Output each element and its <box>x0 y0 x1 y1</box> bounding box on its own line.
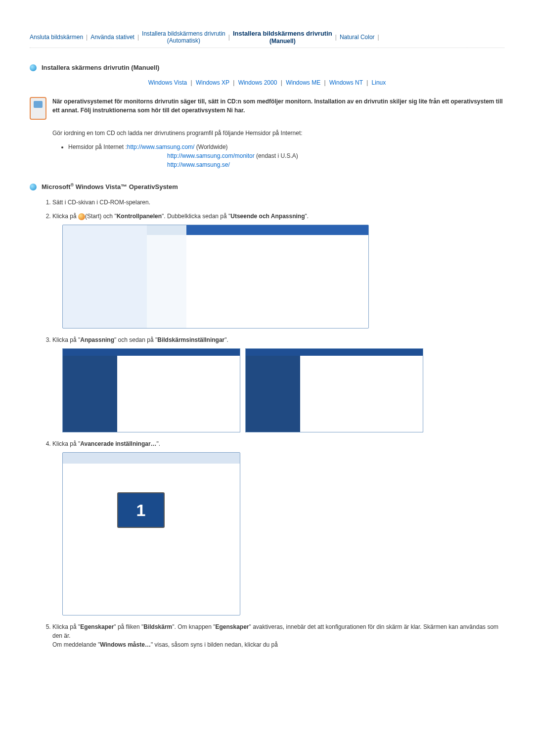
link-tail: (Worldwide) <box>194 143 227 150</box>
nav-sep: | <box>86 33 88 42</box>
screenshot-start-controlpanel <box>62 225 369 329</box>
nav-sep: | <box>335 33 337 42</box>
monitor-preview-icon <box>117 492 165 528</box>
link-samsung-worldwide[interactable]: http://www.samsung.com/ <box>127 143 195 150</box>
step-4: Klicka på "Avancerade inställningar…". <box>52 439 504 615</box>
step-2: Klicka på (Start) och "Kontrollpanelen".… <box>52 212 504 329</box>
nav-item-driver-manual[interactable]: Installera bildskärmens drivrutin (Manue… <box>233 30 332 45</box>
step-text: Klicka på "Egenskaper" på fliken "Bildsk… <box>52 623 498 648</box>
step-3: Klicka på "Anpassning" och sedan på "Bil… <box>52 335 504 432</box>
start-orb-icon <box>78 213 85 220</box>
anchor-vista[interactable]: Windows Vista <box>148 79 187 86</box>
anchor-linux[interactable]: Linux <box>372 79 386 86</box>
nav-item-stand[interactable]: Använda stativet <box>90 33 134 42</box>
step-text: Klicka på "Avancerade inställningar…". <box>52 440 160 447</box>
nav-item-connect[interactable]: Ansluta bildskärmen <box>30 33 83 42</box>
monitor-cd-icon <box>30 97 46 120</box>
nav-sep: | <box>378 33 379 42</box>
bullet-icon <box>30 64 37 71</box>
link-tail: (endast i U.S.A) <box>255 152 298 159</box>
nav-sep: | <box>137 33 139 42</box>
anchor-xp[interactable]: Windows XP <box>196 79 229 86</box>
link-samsung-monitor[interactable]: http://www.samsung.com/monitor <box>167 152 255 159</box>
anchor-nt[interactable]: Windows NT <box>329 79 363 86</box>
nav-item-sub: (Manuell) <box>269 38 296 45</box>
nav-item-label: Installera bildskärmens drivrutin <box>142 30 225 37</box>
step-1: Sätt i CD-skivan i CD-ROM-spelaren. <box>52 198 504 207</box>
os-anchor-row: Windows Vista | Windows XP | Windows 200… <box>30 78 504 87</box>
links-intro: Hemsidor på Internet : <box>68 143 127 150</box>
notice-block: När operativsystemet för monitorns drivr… <box>30 97 504 120</box>
section-heading-install-manual: Installera skärmens drivrutin (Manuell) <box>30 63 504 73</box>
step-text: Klicka på (Start) och "Kontrollpanelen".… <box>52 213 309 220</box>
section-title: Microsoft® Windows Vista™ OperativSystem <box>42 182 178 192</box>
anchor-2000[interactable]: Windows 2000 <box>238 79 277 86</box>
screenshot-display-settings <box>245 348 423 432</box>
notice-text: När operativsystemet för monitorns drivr… <box>52 97 504 120</box>
step-text: Sätt i CD-skivan i CD-ROM-spelaren. <box>52 199 150 206</box>
links-list-item: Hemsidor på Internet :http://www.samsung… <box>68 142 494 169</box>
links-list: Hemsidor på Internet :http://www.samsung… <box>68 142 494 169</box>
step-text: Klicka på "Anpassning" och sedan på "Bil… <box>52 336 228 343</box>
bullet-icon <box>30 184 37 190</box>
prep-paragraph: Gör iordning en tom CD och ladda ner dri… <box>52 129 494 138</box>
nav-item-naturalcolor[interactable]: Natural Color <box>340 33 375 42</box>
anchor-me[interactable]: Windows ME <box>286 79 320 86</box>
step-5: Klicka på "Egenskaper" på fliken "Bildsk… <box>52 622 504 649</box>
nav-sep: | <box>228 33 230 42</box>
screenshot-advanced-settings <box>62 452 240 615</box>
nav-item-sub: (Automatisk) <box>167 37 200 44</box>
top-nav: Ansluta bildskärmen | Använda stativet |… <box>30 30 504 48</box>
nav-item-label: Installera bildskärmens drivrutin <box>233 30 332 38</box>
link-samsung-se[interactable]: http://www.samsung.se/ <box>167 161 230 168</box>
screenshot-personalization <box>62 348 240 432</box>
section-title: Installera skärmens drivrutin (Manuell) <box>42 63 159 73</box>
section-heading-vista: Microsoft® Windows Vista™ OperativSystem <box>30 182 504 192</box>
vista-steps: Sätt i CD-skivan i CD-ROM-spelaren. Klic… <box>52 198 504 649</box>
nav-item-driver-auto[interactable]: Installera bildskärmens drivrutin (Autom… <box>142 30 225 45</box>
